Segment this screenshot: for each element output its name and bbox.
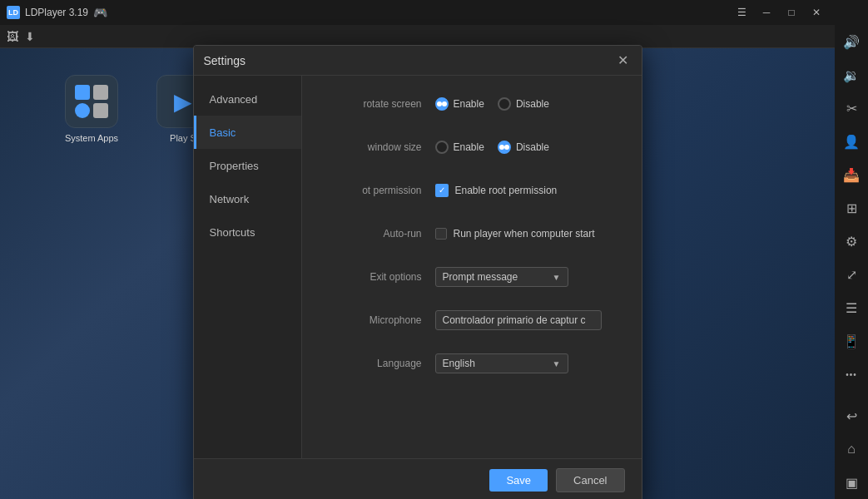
rotate-screen-label: rotate screen: [319, 98, 435, 110]
window-size-label: window size: [319, 141, 435, 153]
maximize-button[interactable]: □: [780, 3, 803, 22]
exit-options-value: Prompt message: [443, 271, 518, 283]
auto-run-control: Run player when computer start: [435, 228, 625, 240]
root-permission-checkbox-box: ✓: [435, 184, 449, 197]
phone-icon[interactable]: 📱: [835, 324, 868, 358]
minimize-button[interactable]: ─: [755, 3, 778, 22]
right-sidebar: 🔊 🔉 ✂ 👤 📥 ⊞ ⚙ ⤢ ☰ 📱 ••• ↩ ⌂ ▣: [835, 0, 868, 499]
expand-icon[interactable]: ⤢: [835, 258, 868, 291]
more-dots-icon[interactable]: •••: [835, 358, 868, 391]
language-control: English ▼: [435, 353, 625, 373]
window-enable-radio[interactable]: Enable: [435, 141, 484, 154]
language-dropdown[interactable]: English ▼: [435, 353, 568, 373]
import-icon[interactable]: 📥: [835, 158, 868, 191]
apps-icon[interactable]: ⊞: [835, 191, 868, 225]
save-button[interactable]: Save: [489, 469, 548, 492]
root-permission-checkbox-label: Enable root permission: [455, 185, 558, 196]
auto-run-checkbox-label: Run player when computer start: [454, 228, 595, 240]
window-size-control: Enable Disable: [435, 141, 625, 154]
rotate-disable-label: Disable: [516, 98, 549, 110]
close-button[interactable]: ✕: [805, 3, 828, 22]
language-row: Language English ▼: [319, 348, 625, 378]
exit-options-label: Exit options: [319, 271, 435, 283]
auto-run-checkbox-box: [435, 228, 447, 240]
window-enable-radio-circle: [435, 141, 449, 154]
exit-options-dropdown[interactable]: Prompt message ▼: [435, 267, 568, 287]
settings-content: rotate screen Enable Disable: [302, 76, 642, 458]
image-icon[interactable]: 🖼: [7, 30, 18, 43]
app-logo: LD: [7, 6, 20, 19]
window-disable-radio[interactable]: Disable: [498, 141, 549, 154]
nav-item-shortcuts[interactable]: Shortcuts: [194, 215, 301, 249]
exit-options-row: Exit options Prompt message ▼: [319, 262, 625, 292]
window-enable-label: Enable: [454, 141, 484, 153]
microphone-value[interactable]: Controlador primario de captur c: [435, 310, 602, 330]
exit-options-arrow: ▼: [553, 273, 561, 282]
cancel-button[interactable]: Cancel: [556, 468, 624, 492]
nav-item-network[interactable]: Network: [194, 182, 301, 215]
window-disable-label: Disable: [516, 141, 549, 153]
settings-close-button[interactable]: ✕: [615, 52, 632, 69]
auto-run-row: Auto-run Run player when computer start: [319, 219, 625, 249]
rotate-disable-radio-circle: [498, 97, 511, 111]
person-icon[interactable]: 👤: [835, 125, 868, 158]
settings-titlebar: Settings ✕: [194, 46, 642, 76]
settings-sidebar: Advanced Basic Properties Network Shortc…: [194, 76, 302, 458]
titlebar-left: LD LDPlayer 3.19 🎮: [7, 6, 107, 19]
root-permission-checkbox[interactable]: ✓ Enable root permission: [435, 184, 558, 197]
root-permission-row: ot permission ✓ Enable root permission: [319, 175, 625, 205]
titlebar: LD LDPlayer 3.19 🎮 ☰ ─ □ ✕: [0, 0, 835, 25]
gear-icon[interactable]: ⚙: [835, 225, 868, 258]
auto-run-label: Auto-run: [319, 228, 435, 240]
window-size-row: window size Enable Disable: [319, 132, 625, 162]
settings-body: Advanced Basic Properties Network Shortc…: [194, 76, 642, 458]
rotate-disable-radio[interactable]: Disable: [498, 97, 549, 111]
rotate-enable-radio[interactable]: Enable: [435, 97, 484, 111]
settings-footer: Save Cancel: [194, 458, 642, 499]
root-permission-control: ✓ Enable root permission: [435, 184, 625, 197]
volume-up-icon[interactable]: 🔊: [835, 25, 868, 58]
titlebar-controls: ☰ ─ □ ✕: [730, 3, 828, 22]
menu-button[interactable]: ☰: [730, 3, 753, 22]
scissors-icon[interactable]: ✂: [835, 91, 868, 125]
language-label: Language: [319, 358, 435, 369]
nav-item-basic[interactable]: Basic: [194, 116, 301, 149]
settings-overlay: Settings ✕ Advanced Basic Properties: [0, 48, 835, 499]
app-title: LDPlayer 3.19: [25, 7, 88, 18]
language-value: English: [443, 358, 475, 369]
rotate-screen-control: Enable Disable: [435, 97, 625, 111]
nav-item-advanced[interactable]: Advanced: [194, 82, 301, 116]
language-arrow: ▼: [553, 359, 561, 368]
auto-run-checkbox[interactable]: Run player when computer start: [435, 228, 595, 240]
microphone-row: Microphone Controlador primario de captu…: [319, 305, 625, 335]
root-permission-label: ot permission: [319, 185, 435, 196]
rotate-screen-row: rotate screen Enable Disable: [319, 89, 625, 119]
microphone-control: Controlador primario de captur c: [435, 310, 625, 330]
home-icon[interactable]: ⌂: [835, 432, 868, 466]
desktop: LD LDPlayer 3.19 🎮 ☰ ─ □ ✕ ▼ ▣ 🔋 4:50: [0, 0, 868, 499]
microphone-label: Microphone: [319, 314, 435, 326]
download-icon[interactable]: ⬇: [25, 30, 35, 43]
back-icon[interactable]: ↩: [835, 399, 868, 432]
settings-title: Settings: [204, 54, 246, 67]
nav-item-properties[interactable]: Properties: [194, 149, 301, 182]
recents-icon[interactable]: ▣: [835, 466, 868, 499]
gamepad-icon: 🎮: [93, 6, 107, 19]
window-disable-radio-circle: [498, 141, 511, 154]
list-icon[interactable]: ☰: [835, 291, 868, 324]
rotate-enable-radio-circle: [435, 97, 449, 111]
volume-down-icon[interactable]: 🔉: [835, 58, 868, 91]
exit-options-control: Prompt message ▼: [435, 267, 625, 287]
rotate-enable-label: Enable: [454, 98, 484, 110]
settings-dialog: Settings ✕ Advanced Basic Properties: [193, 45, 642, 499]
